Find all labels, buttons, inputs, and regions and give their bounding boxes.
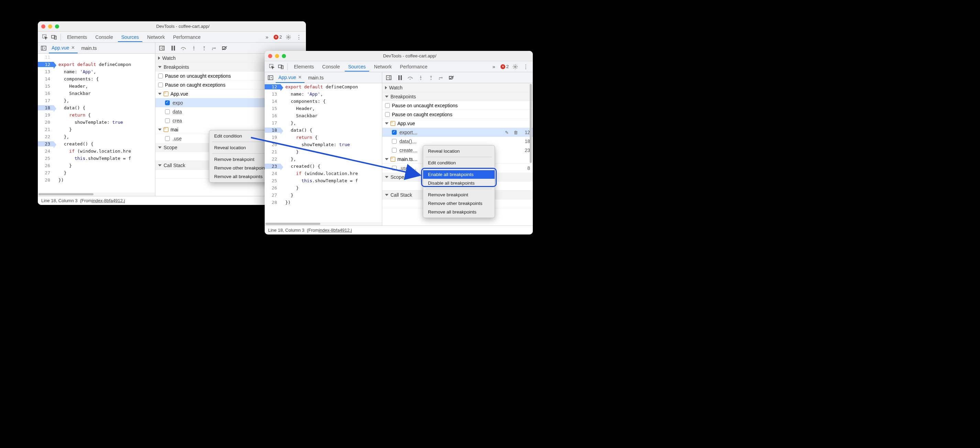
more-tabs-icon[interactable]: » [490, 63, 498, 70]
line-number[interactable]: 20 [38, 120, 54, 125]
horizontal-scrollbar[interactable] [265, 222, 382, 226]
line-number[interactable]: 13 [38, 69, 54, 74]
line-number-breakpoint[interactable]: 23 [265, 164, 280, 169]
source-map-link[interactable]: index-8bfa4912.j [319, 228, 352, 233]
tab-sources[interactable]: Sources [345, 62, 369, 72]
tab-elements[interactable]: Elements [64, 32, 91, 42]
ctx-remove-breakpoint[interactable]: Remove breakpoint [423, 190, 495, 199]
line-number[interactable]: 22 [38, 134, 54, 139]
line-number-breakpoint[interactable]: 18 [38, 105, 54, 110]
line-number[interactable]: 21 [265, 149, 280, 155]
close-icon[interactable]: ✕ [71, 45, 75, 50]
file-tab-app[interactable]: App.vue ✕ [49, 43, 78, 53]
checkbox[interactable] [165, 118, 170, 123]
step-out-icon[interactable] [201, 45, 208, 51]
tab-performance[interactable]: Performance [396, 62, 431, 72]
window-minimize-icon[interactable] [48, 24, 52, 29]
breakpoint-item[interactable]: export…✎🗑12 [382, 128, 533, 137]
checkbox[interactable] [385, 112, 390, 117]
line-number[interactable]: 25 [265, 178, 280, 183]
navigator-toggle-icon[interactable] [266, 73, 275, 82]
line-number-breakpoint[interactable]: 12 [265, 84, 280, 89]
tab-performance[interactable]: Performance [169, 32, 204, 42]
line-number[interactable]: 28 [265, 200, 280, 205]
inspect-icon[interactable] [268, 63, 276, 70]
breakpoint-item[interactable]: data()…18 [382, 137, 533, 146]
pause-caught-row[interactable]: Pause on caught exceptions [382, 110, 533, 119]
ctx-remove-all[interactable]: Remove all breakpoints [423, 208, 495, 216]
navigator-toggle-icon[interactable] [39, 44, 48, 53]
tab-console[interactable]: Console [92, 32, 116, 42]
step-into-icon[interactable] [191, 45, 197, 51]
window-maximize-icon[interactable] [55, 24, 59, 29]
line-number[interactable]: 17 [265, 120, 280, 126]
horizontal-scrollbar[interactable] [38, 193, 155, 196]
settings-icon[interactable] [285, 33, 292, 41]
file-tab-main[interactable]: main.ts [78, 43, 99, 53]
more-tabs-icon[interactable]: » [263, 33, 271, 41]
line-number-breakpoint[interactable]: 18 [265, 128, 280, 133]
pause-icon[interactable] [397, 74, 404, 81]
line-number[interactable]: 11 [38, 55, 54, 60]
close-icon[interactable]: ✕ [298, 75, 302, 80]
checkbox[interactable] [392, 166, 397, 171]
source-map-link[interactable]: index-8bfa4912.j [92, 198, 125, 203]
file-tab-app[interactable]: App.vue ✕ [276, 72, 305, 83]
pause-uncaught-row[interactable]: Pause on uncaught exceptions [382, 101, 533, 110]
breakpoint-file-group[interactable]: App.vue [382, 119, 533, 128]
step-into-icon[interactable] [417, 74, 424, 81]
code-editor[interactable]: 12export default defineCompon 13 name: '… [265, 83, 382, 226]
tab-sources[interactable]: Sources [118, 32, 142, 42]
line-number[interactable]: 17 [38, 98, 54, 103]
line-number[interactable]: 27 [265, 193, 280, 198]
tab-console[interactable]: Console [319, 62, 343, 72]
kebab-menu-icon[interactable]: ⋮ [295, 33, 302, 41]
delete-icon[interactable]: 🗑 [512, 130, 519, 135]
debugger-toggle-icon[interactable] [158, 44, 166, 53]
line-number[interactable]: 25 [38, 156, 54, 161]
settings-icon[interactable] [511, 63, 519, 70]
checkbox[interactable] [392, 139, 397, 144]
checkbox[interactable] [392, 148, 397, 153]
window-minimize-icon[interactable] [275, 54, 279, 58]
error-badge[interactable]: ✕ 2 [274, 34, 282, 40]
deactivate-breakpoints-icon[interactable] [221, 45, 228, 51]
kebab-menu-icon[interactable]: ⋮ [522, 63, 529, 70]
line-number[interactable]: 26 [38, 163, 54, 168]
step-icon[interactable] [438, 74, 445, 81]
window-close-icon[interactable] [41, 24, 45, 29]
tab-elements[interactable]: Elements [290, 62, 317, 72]
ctx-enable-all[interactable]: Enable all breakpoints [423, 170, 495, 179]
line-number[interactable]: 26 [265, 185, 280, 190]
ctx-remove-other[interactable]: Remove other breakpoints [423, 199, 495, 208]
inspect-icon[interactable] [41, 33, 49, 41]
step-over-icon[interactable] [180, 45, 187, 51]
checkbox[interactable] [392, 130, 397, 135]
ctx-disable-all[interactable]: Disable all breakpoints [423, 179, 495, 187]
device-toggle-icon[interactable] [50, 33, 58, 41]
line-number[interactable]: 19 [38, 112, 54, 118]
line-number[interactable]: 13 [265, 91, 280, 97]
line-number[interactable]: 15 [265, 106, 280, 111]
scrollbar-thumb[interactable] [266, 223, 320, 225]
line-number[interactable]: 19 [265, 135, 280, 140]
line-number[interactable]: 14 [38, 77, 54, 81]
line-number[interactable]: 16 [38, 91, 54, 96]
line-number[interactable]: 22 [265, 156, 280, 162]
step-icon[interactable] [211, 45, 218, 51]
line-number-breakpoint[interactable]: 12 [38, 62, 54, 67]
tab-network[interactable]: Network [371, 62, 395, 72]
checkbox[interactable] [165, 100, 170, 105]
tab-network[interactable]: Network [144, 32, 168, 42]
line-number[interactable]: 24 [265, 171, 280, 176]
window-maximize-icon[interactable] [282, 54, 286, 58]
line-number[interactable]: 28 [38, 177, 54, 183]
step-over-icon[interactable] [407, 74, 414, 81]
checkbox[interactable] [165, 136, 170, 141]
device-toggle-icon[interactable] [277, 63, 285, 70]
checkbox[interactable] [158, 83, 163, 87]
line-number[interactable]: 24 [38, 148, 54, 154]
debugger-toggle-icon[interactable] [384, 73, 393, 82]
scrollbar-thumb[interactable] [38, 193, 94, 195]
line-number[interactable]: 20 [265, 142, 280, 147]
